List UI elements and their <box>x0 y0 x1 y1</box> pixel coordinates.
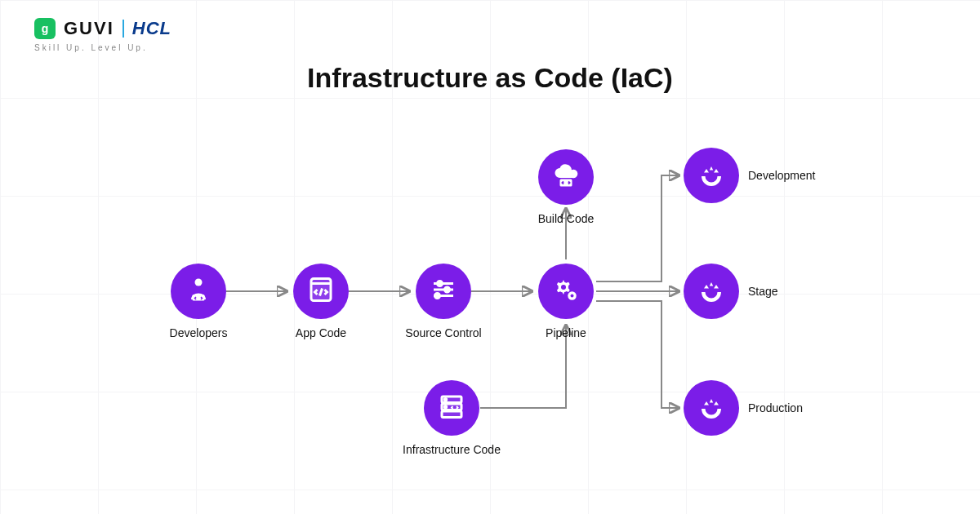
production-label: Production <box>748 401 803 414</box>
infra-code-label: Infrastructure Code <box>403 443 501 456</box>
guvi-mark-icon: g <box>34 18 56 39</box>
svg-point-13 <box>435 294 440 299</box>
svg-point-14 <box>561 285 566 290</box>
brand-divider <box>122 20 124 38</box>
development-node <box>684 148 739 203</box>
svg-point-9 <box>438 281 443 286</box>
svg-rect-5 <box>193 295 205 301</box>
app-code-icon <box>306 275 336 308</box>
pipeline-node <box>538 264 594 319</box>
stage-label: Stage <box>748 285 778 298</box>
source-control-node <box>416 264 471 319</box>
app-code-node <box>293 264 349 319</box>
development-label: Development <box>748 169 816 182</box>
infra-code-node <box>424 380 479 436</box>
stage-node <box>684 264 739 319</box>
app-code-label: App Code <box>296 326 346 339</box>
brand-logo-row: g GUVI HCL <box>34 18 172 39</box>
brand-tagline: Skill Up. Level Up. <box>34 43 172 52</box>
svg-point-22 <box>444 406 446 408</box>
source-control-label: Source Control <box>405 326 481 339</box>
build-code-label: Build Code <box>538 212 595 225</box>
diagram-title: Infrastructure as Code (IaC) <box>307 62 673 94</box>
brand-logo: g GUVI HCL Skill Up. Level Up. <box>34 18 172 52</box>
pipeline-label: Pipeline <box>546 326 586 339</box>
cloud-code-icon <box>551 161 581 193</box>
deploy-icon <box>697 392 726 424</box>
deploy-icon <box>697 275 726 308</box>
deploy-icon <box>697 159 726 192</box>
svg-rect-20 <box>442 411 461 418</box>
svg-point-21 <box>444 399 446 401</box>
svg-point-11 <box>445 287 450 292</box>
guvi-wordmark: GUVI <box>64 18 114 39</box>
hcl-wordmark: HCL <box>132 18 172 39</box>
developers-node <box>171 264 226 319</box>
build-code-node <box>538 149 594 205</box>
developer-icon <box>184 275 213 308</box>
svg-point-4 <box>195 279 203 286</box>
developers-label: Developers <box>170 326 228 339</box>
server-code-icon <box>437 392 466 424</box>
gears-icon <box>551 275 581 308</box>
svg-point-16 <box>571 295 574 298</box>
production-node <box>684 380 739 436</box>
sliders-icon <box>429 275 458 308</box>
